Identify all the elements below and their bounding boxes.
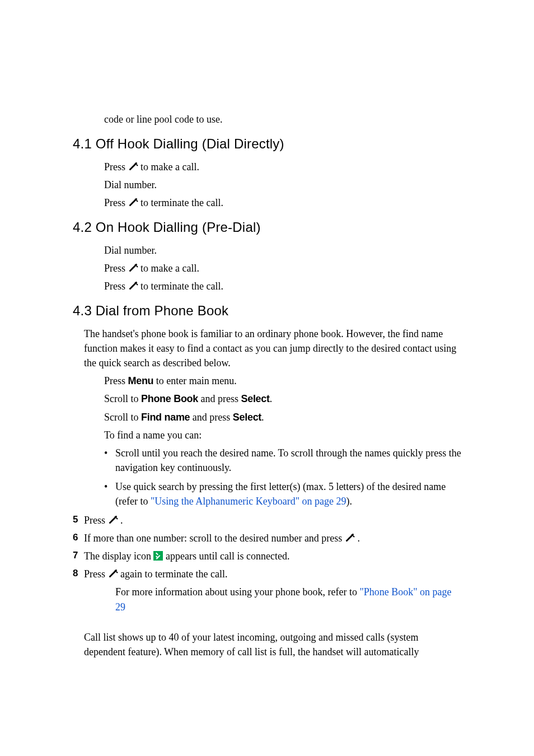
hook-icon: [128, 197, 138, 207]
hook-icon: [108, 515, 118, 525]
text: .: [118, 515, 123, 526]
text: .: [261, 412, 264, 423]
text: For more information about using your ph…: [115, 586, 359, 598]
s42-line2: Press to make a call.: [104, 261, 461, 276]
text: Press: [104, 281, 128, 292]
text: to make a call.: [140, 161, 199, 172]
select-label: Select: [241, 393, 270, 404]
s41-line2: Dial number.: [104, 178, 461, 192]
text: appears until call is connected.: [163, 550, 289, 562]
text: Scroll to: [104, 412, 141, 423]
s41-line3: Press to terminate the call.: [104, 195, 461, 210]
s43-step-findname: Scroll to Find name and press Select.: [104, 410, 461, 424]
text: to enter main menu.: [153, 375, 236, 386]
call-list-paragraph: Call list shows up to 40 of your latest …: [84, 630, 461, 659]
text: Press: [104, 197, 128, 208]
s42-line3: Press to terminate the call.: [104, 279, 461, 293]
text: Press: [84, 568, 108, 580]
step-7: 7 The display icon appears until call is…: [73, 549, 461, 563]
text: to make a call.: [140, 263, 199, 274]
s43-step-phonebook: Scroll to Phone Book and press Select.: [104, 391, 461, 406]
select-label: Select: [233, 412, 261, 423]
phonebook-note: For more information about using your ph…: [115, 585, 461, 614]
text: to terminate the call.: [140, 281, 223, 292]
text: Press: [104, 161, 128, 172]
text: and press: [198, 393, 241, 404]
s43-find-heading: To find a name you can:: [104, 428, 461, 442]
s41-line1: Press to make a call.: [104, 160, 461, 174]
text: to terminate the call.: [140, 197, 223, 208]
step-number: 7: [73, 549, 84, 563]
continuation-line: code or line pool code to use.: [104, 112, 461, 127]
connected-icon: [153, 551, 163, 561]
step-number: 6: [73, 531, 84, 545]
s42-line1: Dial number.: [104, 243, 461, 258]
hook-icon: [345, 533, 355, 543]
text: .: [355, 533, 360, 544]
hook-icon: [108, 568, 118, 578]
menu-label: Menu: [128, 375, 154, 386]
findname-label: Find name: [141, 412, 190, 423]
text: .: [270, 393, 273, 404]
text: Press: [84, 515, 108, 526]
text: Scroll to: [104, 393, 141, 404]
heading-4-1: 4.1 Off Hook Dialling (Dial Directly): [73, 134, 461, 154]
heading-4-2: 4.2 On Hook Dialling (Pre-Dial): [73, 218, 461, 237]
hook-icon: [128, 263, 138, 273]
text: Press: [104, 375, 128, 386]
text: again to terminate the call.: [120, 568, 227, 580]
text: The display icon: [84, 550, 153, 562]
text: Press: [104, 263, 128, 274]
find-name-options: Scroll until you reach the desired name.…: [104, 446, 461, 508]
step-number: 5: [73, 513, 84, 527]
text: ).: [346, 496, 353, 507]
heading-4-3: 4.3 Dial from Phone Book: [73, 301, 461, 321]
keyboard-link[interactable]: "Using the Alphanumeric Keyboard" on pag…: [151, 496, 346, 507]
phonebook-label: Phone Book: [141, 393, 198, 404]
step-6: 6 If more than one number: scroll to the…: [73, 531, 461, 545]
hook-icon: [128, 281, 138, 291]
hook-icon: [128, 161, 138, 171]
step-number: 8: [73, 567, 84, 581]
step-8: 8 Press again to terminate the call.: [73, 567, 461, 581]
step-5: 5 Press .: [73, 513, 461, 528]
list-item: Use quick search by pressing the first l…: [104, 479, 461, 508]
text: and press: [190, 412, 232, 423]
list-item: Scroll until you reach the desired name.…: [104, 446, 461, 475]
text: If more than one number: scroll to the d…: [84, 533, 345, 544]
s43-step-menu: Press Menu to enter main menu.: [104, 374, 461, 388]
s43-intro: The handset's phone book is familiar to …: [84, 326, 461, 370]
